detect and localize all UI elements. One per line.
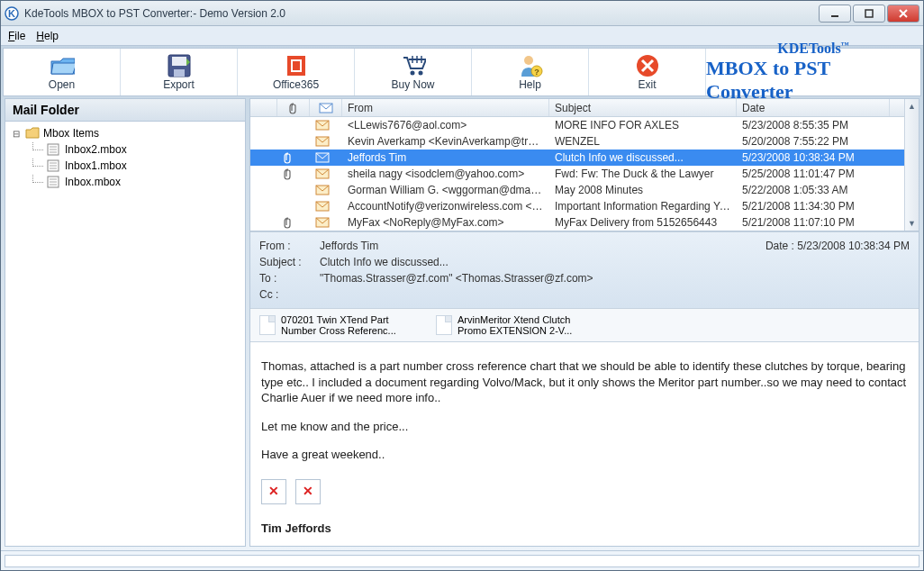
attachment-label: 070201 Twin XTend Part Number Cross Refe… bbox=[281, 314, 421, 336]
tree-item[interactable]: Inbox1.mbox bbox=[11, 158, 240, 174]
row-date: 5/22/2008 1:05:33 AM bbox=[737, 184, 890, 196]
titlebar[interactable]: K KdeTools MBOX to PST Converter:- Demo … bbox=[1, 1, 923, 26]
collapse-icon[interactable]: ⊟ bbox=[11, 129, 22, 139]
attachment-item[interactable]: ArvinMeritor Xtend Clutch Promo EXTENSIO… bbox=[436, 314, 598, 336]
tree-item-label: Inbox.mbox bbox=[65, 176, 121, 188]
grid-scrollbar[interactable]: ▲ ▼ bbox=[904, 99, 919, 231]
export-button[interactable]: Export bbox=[121, 49, 238, 95]
row-from: Kevin Averkamp <KevinAverkamp@truckcount… bbox=[342, 135, 549, 148]
mail-grid-wrap: From Subject Date <LLewis7676@aol.com>MO… bbox=[250, 99, 919, 231]
close-button[interactable] bbox=[887, 5, 919, 23]
header-from[interactable]: From bbox=[342, 99, 549, 116]
row-date: 5/25/2008 11:01:47 PM bbox=[737, 168, 890, 180]
attachment-label: ArvinMeritor Xtend Clutch Promo EXTENSIO… bbox=[457, 314, 598, 336]
maximize-button[interactable] bbox=[853, 5, 885, 23]
scroll-up-icon[interactable]: ▲ bbox=[905, 99, 919, 113]
table-row[interactable]: Kevin Averkamp <KevinAverkamp@truckcount… bbox=[250, 133, 904, 150]
tree-root-label: Mbox Items bbox=[43, 127, 99, 140]
scroll-down-icon[interactable]: ▼ bbox=[905, 216, 919, 231]
table-row[interactable]: <LLewis7676@aol.com>MORE INFO FOR AXLES5… bbox=[250, 117, 904, 133]
cc-label: Cc : bbox=[259, 288, 309, 301]
from-label: From : bbox=[259, 240, 309, 252]
table-row[interactable]: MyFax <NoReply@MyFax.com>MyFax Delivery … bbox=[250, 214, 904, 231]
row-subject: MyFax Delivery from 5152656443 bbox=[549, 216, 737, 229]
mbox-file-icon bbox=[47, 143, 61, 156]
menu-help[interactable]: Help bbox=[36, 30, 59, 42]
table-row[interactable]: Jeffords TimClutch Info we discussed...5… bbox=[250, 150, 904, 166]
date-label: Date : bbox=[765, 240, 794, 252]
tree-item[interactable]: Inbox.mbox bbox=[11, 174, 240, 190]
broken-images: ✕ ✕ bbox=[261, 479, 908, 504]
document-icon bbox=[259, 315, 276, 335]
document-icon bbox=[436, 315, 452, 335]
row-subject: WENZEL bbox=[549, 135, 737, 148]
body-paragraph: Have a great weekend.. bbox=[261, 447, 908, 463]
row-envelope-icon bbox=[310, 201, 342, 212]
row-date: 5/21/2008 11:07:10 PM bbox=[737, 216, 890, 229]
content: From Subject Date <LLewis7676@aol.com>MO… bbox=[249, 98, 919, 547]
header-checkbox bbox=[250, 99, 277, 116]
sidebar-header: Mail Folder bbox=[5, 99, 245, 122]
mail-body[interactable]: Thomas, attached is a part number cross … bbox=[250, 342, 919, 546]
row-date: 5/23/2008 8:55:35 PM bbox=[737, 119, 890, 131]
svg-point-12 bbox=[410, 71, 414, 76]
mbox-file-icon bbox=[47, 176, 61, 188]
folder-open-icon bbox=[50, 53, 75, 78]
subject-value: Clutch Info we discussed... bbox=[320, 256, 910, 268]
header-subject[interactable]: Subject bbox=[549, 99, 737, 116]
row-from: AccountNotify@verizonwireless.com <eAcco… bbox=[342, 200, 549, 213]
minimize-button[interactable] bbox=[819, 5, 851, 23]
row-envelope-icon bbox=[310, 168, 342, 179]
folder-icon bbox=[25, 127, 40, 140]
svg-rect-8 bbox=[174, 69, 185, 77]
subject-label: Subject : bbox=[259, 256, 309, 268]
buynow-button[interactable]: Buy Now bbox=[355, 49, 472, 95]
body-paragraph: Let me know and the price... bbox=[261, 419, 908, 435]
row-envelope-icon bbox=[310, 152, 342, 163]
office365-button[interactable]: Office365 bbox=[238, 49, 355, 95]
row-date: 5/21/2008 11:34:30 PM bbox=[737, 200, 890, 213]
row-from: Jeffords Tim bbox=[342, 151, 549, 164]
help-button[interactable]: ? Help bbox=[472, 49, 589, 95]
body-paragraph: Thomas, attached is a part number cross … bbox=[261, 358, 908, 406]
sidebar: Mail Folder ⊟ Mbox Items Inbox2.mboxInbo… bbox=[5, 98, 246, 547]
exit-button[interactable]: Exit bbox=[589, 49, 706, 95]
row-from: sheila nagy <isodclem@yahoo.com> bbox=[342, 168, 549, 180]
to-value: "Thomas.Strasser@zf.com" <Thomas.Strasse… bbox=[320, 272, 910, 285]
row-subject: Fwd: Fw: The Duck & the Lawyer bbox=[549, 168, 737, 180]
table-row[interactable]: Gorman William G. <wggorman@dmacc.edu>Ma… bbox=[250, 182, 904, 198]
row-subject: May 2008 Minutes bbox=[549, 184, 737, 196]
row-subject: MORE INFO FOR AXLES bbox=[549, 119, 737, 131]
office365-icon bbox=[284, 53, 309, 78]
app-icon: K bbox=[5, 6, 19, 21]
svg-rect-3 bbox=[865, 10, 873, 17]
row-from: <LLewis7676@aol.com> bbox=[342, 119, 549, 131]
cart-icon bbox=[401, 53, 426, 78]
broken-image-icon: ✕ bbox=[295, 479, 321, 504]
row-from: Gorman William G. <wggorman@dmacc.edu> bbox=[342, 184, 549, 196]
app-window: K KdeTools MBOX to PST Converter:- Demo … bbox=[0, 0, 924, 571]
mbox-file-icon bbox=[47, 159, 61, 172]
attachment-item[interactable]: 070201 Twin XTend Part Number Cross Refe… bbox=[259, 314, 421, 336]
row-subject: Clutch Info we discussed... bbox=[549, 151, 737, 164]
to-label: To : bbox=[259, 272, 309, 285]
row-from: MyFax <NoReply@MyFax.com> bbox=[342, 216, 549, 229]
date-value: 5/23/2008 10:38:34 PM bbox=[797, 240, 910, 252]
row-date: 5/20/2008 7:55:22 PM bbox=[737, 135, 890, 148]
from-value: Jeffords Tim bbox=[320, 240, 755, 252]
row-subject: Important Information Regarding Yo... bbox=[549, 200, 737, 213]
header-date[interactable]: Date bbox=[737, 99, 890, 116]
table-row[interactable]: sheila nagy <isodclem@yahoo.com>Fwd: Fw:… bbox=[250, 166, 904, 182]
menu-file[interactable]: File bbox=[8, 30, 25, 42]
header-attachment bbox=[277, 99, 310, 116]
svg-rect-11 bbox=[293, 61, 300, 70]
tree-root[interactable]: ⊟ Mbox Items bbox=[11, 125, 240, 141]
folder-tree: ⊟ Mbox Items Inbox2.mboxInbox1.mboxInbox… bbox=[5, 122, 245, 546]
statusbar bbox=[1, 550, 923, 570]
signature: Tim Jeffords bbox=[261, 521, 908, 537]
tree-item[interactable]: Inbox2.mbox bbox=[11, 141, 240, 158]
broken-image-icon: ✕ bbox=[261, 479, 286, 504]
progress-bar bbox=[5, 555, 919, 567]
open-button[interactable]: Open bbox=[4, 49, 121, 95]
table-row[interactable]: AccountNotify@verizonwireless.com <eAcco… bbox=[250, 198, 904, 214]
